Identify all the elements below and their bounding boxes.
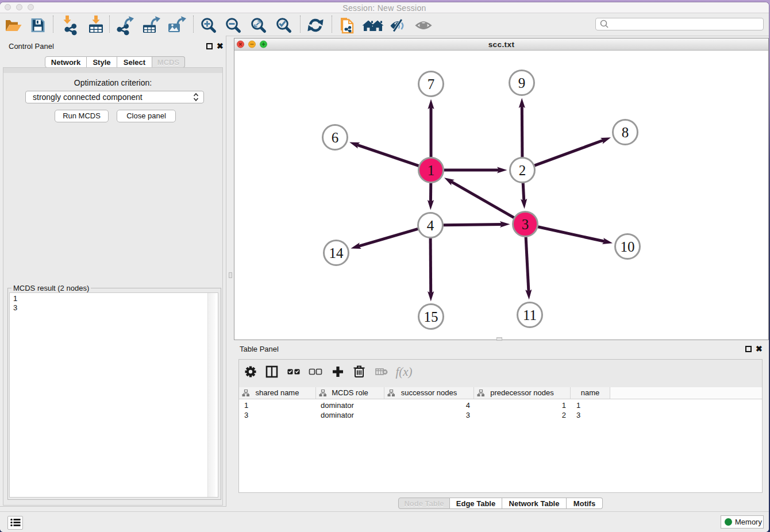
svg-text:7: 7	[428, 76, 435, 92]
svg-text:14: 14	[329, 245, 344, 261]
svg-text:11: 11	[523, 307, 537, 323]
svg-text:15: 15	[424, 309, 438, 325]
svg-text:4: 4	[427, 218, 434, 233]
svg-text:6: 6	[332, 130, 339, 145]
svg-text:10: 10	[621, 239, 635, 255]
svg-text:2: 2	[519, 163, 526, 178]
svg-text:f(x): f(x)	[395, 365, 412, 379]
svg-text:3: 3	[522, 217, 529, 232]
svg-text:1: 1	[428, 163, 435, 178]
svg-text:9: 9	[518, 75, 526, 91]
svg-text:8: 8	[622, 125, 629, 140]
